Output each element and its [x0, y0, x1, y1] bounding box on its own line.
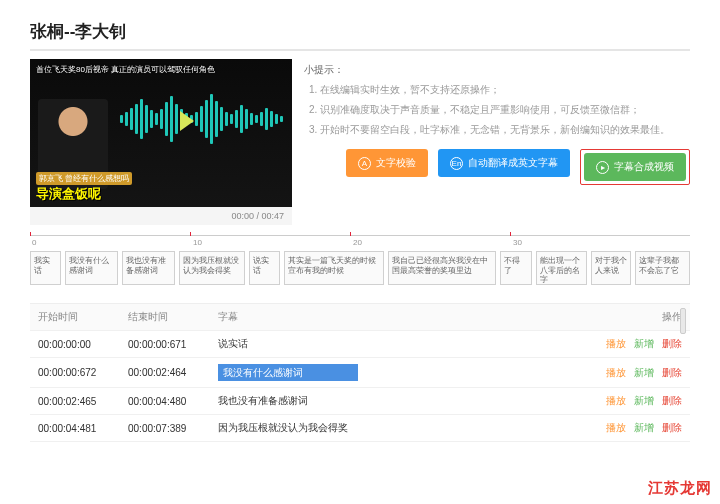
- cell-ops: 播放新增删除: [572, 366, 682, 380]
- segment[interactable]: 不得了: [500, 251, 531, 285]
- segment[interactable]: 说实话: [249, 251, 280, 285]
- film-icon: ▸: [596, 161, 609, 174]
- del-link[interactable]: 删除: [662, 366, 682, 380]
- edit-link[interactable]: 播放: [606, 394, 626, 408]
- segment[interactable]: 我实话: [30, 251, 61, 285]
- edit-link[interactable]: 播放: [606, 366, 626, 380]
- segment[interactable]: 其实是一篇飞天奖的时候宣布有我的时候: [284, 251, 384, 285]
- cell-sub[interactable]: [218, 364, 572, 381]
- time-display: 00:00 / 00:47: [231, 211, 284, 221]
- segment[interactable]: 我没有什么感谢词: [65, 251, 118, 285]
- cell-ops: 播放新增删除: [572, 394, 682, 408]
- cell-start: 00:00:02:465: [38, 396, 128, 407]
- segment[interactable]: 这辈子我都不会忘了它: [635, 251, 690, 285]
- ruler-mark: 30: [513, 238, 522, 247]
- cell-sub[interactable]: 说实话: [218, 337, 572, 351]
- add-link[interactable]: 新增: [634, 337, 654, 351]
- ruler-mark: 0: [32, 238, 36, 247]
- subtitle-input[interactable]: [218, 364, 358, 381]
- segment[interactable]: 对于我个人来说: [591, 251, 631, 285]
- segment[interactable]: 我也没有准备感谢词: [122, 251, 175, 285]
- overlay-text: 首位飞天奖80后视帝 真正的演员可以驾驭任何角色: [36, 65, 286, 75]
- cell-sub[interactable]: 我也没有准备感谢词: [218, 394, 572, 408]
- page-title: 张桐--李大钊: [30, 20, 690, 51]
- tips-panel: 小提示： 在线编辑实时生效，暂不支持还原操作； 识别准确度取决于声音质量，不稳定…: [304, 59, 690, 225]
- add-link[interactable]: 新增: [634, 421, 654, 435]
- tip-item: 识别准确度取决于声音质量，不稳定且严重影响使用，可反馈至微信群；: [320, 103, 690, 117]
- tips-list: 在线编辑实时生效，暂不支持还原操作； 识别准确度取决于声音质量，不稳定且严重影响…: [304, 83, 690, 137]
- scroll-handle[interactable]: [680, 308, 686, 334]
- tips-heading: 小提示：: [304, 63, 690, 77]
- cell-end: 00:00:02:464: [128, 367, 218, 378]
- progress-bar[interactable]: 00:00 / 00:47: [30, 207, 292, 225]
- table-row: 00:00:04:48100:00:07:389因为我压根就没认为我会得奖播放新…: [30, 415, 690, 442]
- table-row: 00:00:00:0000:00:00:671说实话播放新增删除: [30, 331, 690, 358]
- cell-end: 00:00:04:480: [128, 396, 218, 407]
- col-sub: 字幕: [218, 310, 572, 324]
- watermark: 江苏龙网: [648, 479, 712, 498]
- tip-item: 在线编辑实时生效，暂不支持还原操作；: [320, 83, 690, 97]
- waveform-icon: [120, 89, 286, 149]
- del-link[interactable]: 删除: [662, 337, 682, 351]
- segment[interactable]: 能出现一个八零后的名字: [536, 251, 587, 285]
- tip-item: 开始时不要留空白段，吐字标准，无念错，无背景乐，新创编知识的效果最佳。: [320, 123, 690, 137]
- translate-button[interactable]: En自动翻译成英文字幕: [438, 149, 570, 177]
- segment-lane[interactable]: 我实话我没有什么感谢词我也没有准备感谢词因为我压根就没认为我会得奖说实话其实是一…: [30, 251, 690, 285]
- cell-start: 00:00:00:672: [38, 367, 128, 378]
- cell-end: 00:00:00:671: [128, 339, 218, 350]
- cell-start: 00:00:00:00: [38, 339, 128, 350]
- cell-end: 00:00:07:389: [128, 423, 218, 434]
- text-icon: A: [358, 157, 371, 170]
- segment[interactable]: 我自己已经很高兴我没在中国最高荣誉的奖项里边: [388, 251, 497, 285]
- table-row: 00:00:00:67200:00:02:464播放新增删除: [30, 358, 690, 388]
- highlight-box: ▸字幕合成视频: [580, 149, 690, 185]
- add-link[interactable]: 新增: [634, 366, 654, 380]
- edit-link[interactable]: 播放: [606, 337, 626, 351]
- video-player[interactable]: 首位飞天奖80后视帝 真正的演员可以驾驭任何角色 郭京飞 曾经有什么感想吗 导演…: [30, 59, 292, 225]
- cell-start: 00:00:04:481: [38, 423, 128, 434]
- globe-icon: En: [450, 157, 463, 170]
- ruler-mark: 20: [353, 238, 362, 247]
- proofread-button[interactable]: A文字校验: [346, 149, 428, 177]
- table-row: 00:00:02:46500:00:04:480我也没有准备感谢词播放新增删除: [30, 388, 690, 415]
- play-icon[interactable]: [180, 111, 194, 131]
- cell-ops: 播放新增删除: [572, 337, 682, 351]
- speaker-badge: 郭京飞 曾经有什么感想吗: [36, 172, 132, 185]
- add-link[interactable]: 新增: [634, 394, 654, 408]
- cell-sub[interactable]: 因为我压根就没认为我会得奖: [218, 421, 572, 435]
- segment[interactable]: 因为我压根就没认为我会得奖: [179, 251, 245, 285]
- del-link[interactable]: 删除: [662, 421, 682, 435]
- col-end: 结束时间: [128, 310, 218, 324]
- edit-link[interactable]: 播放: [606, 421, 626, 435]
- cell-ops: 播放新增删除: [572, 421, 682, 435]
- col-start: 开始时间: [38, 310, 128, 324]
- subtitle-table: 开始时间 结束时间 字幕 操作 00:00:00:0000:00:00:671说…: [30, 303, 690, 442]
- burned-caption: 导演盒饭呢: [36, 185, 101, 203]
- ruler-mark: 10: [193, 238, 202, 247]
- del-link[interactable]: 删除: [662, 394, 682, 408]
- timeline-ruler[interactable]: 0 10 20 30: [30, 235, 690, 249]
- col-ops: 操作: [572, 310, 682, 324]
- compose-video-button[interactable]: ▸字幕合成视频: [584, 153, 686, 181]
